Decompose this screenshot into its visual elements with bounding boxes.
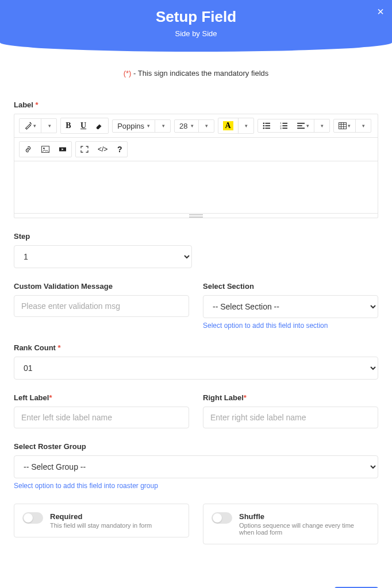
rich-text-editor: ▾ ▾ B U Poppins▾ ▾ — [14, 114, 378, 218]
font-size-select[interactable]: 28▾ — [175, 120, 198, 132]
table-more-button[interactable]: ▾ — [356, 120, 371, 131]
validation-label: Custom Validation Message — [14, 282, 189, 291]
mandatory-star: (*) — [124, 69, 132, 78]
left-label-label: Left Label* — [14, 393, 189, 402]
link-button[interactable] — [20, 143, 37, 156]
video-button[interactable] — [54, 143, 71, 156]
required-title: Required — [50, 512, 152, 521]
roster-select[interactable]: -- Select Group -- — [14, 455, 378, 478]
rank-label: Rank Count * — [14, 343, 378, 352]
roster-help: Select option to add this field into roa… — [14, 482, 378, 490]
svg-rect-13 — [297, 125, 302, 126]
required-card: Required This field will stay mandatory … — [14, 504, 189, 537]
text-color-more-button[interactable]: ▾ — [239, 120, 253, 131]
clear-format-button[interactable] — [91, 119, 108, 132]
shuffle-card: Shuffle Options sequence will change eve… — [203, 504, 378, 544]
right-label-input[interactable] — [203, 407, 378, 428]
table-icon — [339, 122, 347, 129]
font-size-more-button[interactable]: ▾ — [199, 120, 214, 131]
svg-rect-14 — [297, 127, 305, 129]
rank-count-select[interactable]: 01 — [14, 357, 378, 380]
svg-rect-12 — [297, 123, 305, 124]
required-toggle[interactable] — [22, 512, 43, 524]
svg-rect-15 — [339, 122, 346, 129]
svg-rect-5 — [265, 127, 270, 129]
font-family-select[interactable]: Poppins▾ — [113, 120, 155, 132]
section-label: Select Section — [203, 282, 378, 291]
more-style-button[interactable]: ▾ — [41, 120, 56, 131]
mandatory-note: (*) - This sign indicates the mandatory … — [14, 69, 378, 78]
video-icon — [59, 146, 67, 153]
validation-input[interactable] — [14, 295, 189, 317]
shuffle-toggle[interactable] — [212, 512, 232, 524]
magic-style-button[interactable]: ▾ — [20, 119, 41, 133]
dialog-title: Setup Field — [0, 8, 392, 26]
svg-text:3: 3 — [280, 127, 282, 129]
ul-icon — [263, 122, 271, 129]
paragraph-more-button[interactable]: ▾ — [314, 120, 329, 131]
svg-rect-7 — [282, 123, 287, 124]
eraser-icon — [95, 122, 103, 129]
dialog-subtitle: Side by Side — [0, 29, 392, 38]
svg-rect-9 — [282, 125, 287, 126]
right-label-label: Right Label* — [203, 393, 378, 402]
font-family-more-button[interactable]: ▾ — [155, 120, 170, 131]
table-button[interactable]: ▾ — [334, 119, 355, 132]
section-help: Select option to add this field into sec… — [203, 322, 378, 330]
shuffle-title: Shuffle — [239, 512, 370, 521]
close-button[interactable]: × — [377, 6, 384, 17]
svg-rect-11 — [282, 127, 287, 129]
underline-button[interactable]: U — [76, 118, 91, 133]
fullscreen-button[interactable] — [76, 143, 93, 156]
ordered-list-button[interactable]: 123 — [275, 119, 293, 132]
roster-label: Select Roster Group — [14, 442, 378, 451]
text-color-icon: A — [223, 121, 233, 130]
shuffle-desc: Options sequence will change every time … — [239, 522, 370, 536]
align-icon — [297, 122, 305, 129]
link-icon — [24, 146, 32, 153]
svg-point-21 — [43, 148, 45, 149]
svg-point-0 — [263, 122, 264, 124]
wand-icon — [24, 122, 32, 130]
bold-button[interactable]: B — [61, 118, 76, 133]
image-icon — [41, 146, 49, 153]
required-desc: This field will stay mandatory in form — [50, 522, 152, 529]
fullscreen-icon — [80, 146, 89, 153]
svg-rect-3 — [265, 125, 270, 126]
svg-rect-1 — [265, 123, 270, 124]
mandatory-text: - This sign indicates the mandatory fiel… — [131, 69, 268, 78]
svg-point-2 — [263, 125, 264, 127]
text-color-button[interactable]: A — [218, 118, 238, 133]
step-label: Step — [14, 232, 378, 241]
dialog-header: Setup Field Side by Side × — [0, 0, 392, 52]
step-select[interactable]: 1 — [14, 245, 192, 268]
paragraph-format-button[interactable]: ▾ — [293, 119, 314, 132]
left-label-input[interactable] — [14, 407, 189, 428]
ol-icon: 123 — [280, 122, 288, 129]
code-view-button[interactable]: </> — [93, 142, 112, 156]
close-icon: × — [377, 5, 384, 18]
section-select[interactable]: -- Select Section -- — [203, 295, 378, 318]
label-field-label: Label * — [14, 100, 378, 109]
image-button[interactable] — [37, 143, 54, 156]
resize-handle[interactable] — [14, 213, 378, 218]
editor-body[interactable] — [14, 161, 378, 213]
unordered-list-button[interactable] — [258, 119, 275, 132]
svg-point-4 — [263, 127, 264, 129]
help-button[interactable]: ? — [112, 142, 127, 157]
